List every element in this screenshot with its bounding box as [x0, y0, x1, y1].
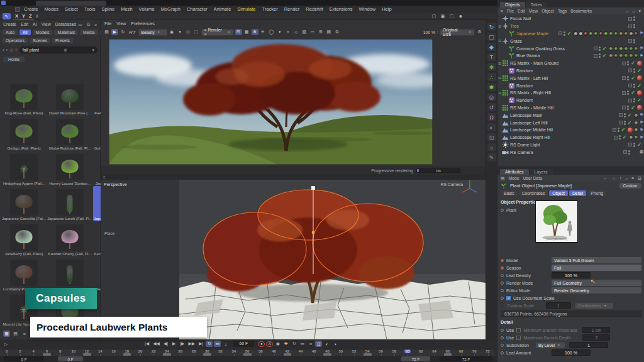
object-row[interactable]: Japanese Maple ✓ ⚑ ⊠ [497, 30, 644, 38]
object-row[interactable]: ⊟ Tree ⚑ ⊠ [497, 23, 644, 30]
material-tag-icon[interactable] [579, 31, 583, 36]
custom-scale-field[interactable]: 1 [546, 302, 571, 309]
menu-item[interactable]: Spline [101, 6, 114, 12]
menu-item[interactable]: Mesh [121, 6, 132, 12]
layer-toggle[interactable] [628, 39, 632, 43]
timeline-tick[interactable]: 14 [94, 349, 107, 356]
redshift-object-tag-icon[interactable] [637, 75, 642, 80]
userdata-menu[interactable]: User Data [523, 176, 542, 180]
pan-zoom-icon[interactable]: ◇ [292, 29, 299, 35]
object-manager-menu-item[interactable]: Edit [518, 9, 525, 13]
text-tool-icon[interactable]: T [487, 53, 496, 61]
goto-start-button[interactable]: |◀ [143, 341, 150, 347]
app-menu-icon[interactable] [15, 7, 20, 12]
leaf-density-anim-dot[interactable] [501, 274, 504, 277]
visibility-dots[interactable] [633, 16, 635, 21]
material-tag-icon[interactable] [634, 47, 638, 51]
spline-transform-icon[interactable]: ↺ [487, 103, 496, 111]
material-tag-icon[interactable] [624, 47, 628, 51]
material-tag-icon[interactable] [584, 31, 588, 36]
menu-item[interactable]: Render [284, 6, 300, 12]
enabled-check-icon[interactable]: ✓ [636, 83, 642, 89]
object-manager-menu-item[interactable]: Object [541, 9, 554, 13]
timeline-tick[interactable]: 0 [0, 349, 13, 356]
layer-toggle[interactable] [628, 99, 632, 102]
layout-render-icon[interactable]: ▢ [431, 13, 438, 19]
plant-preview-image[interactable]: (Acer palmatum) [535, 200, 578, 243]
material-tags[interactable] [609, 47, 638, 51]
config-menu-icon[interactable]: ≡ [631, 176, 634, 180]
sound-button[interactable]: ♪ [222, 341, 229, 347]
record-scale-button[interactable]: ▭ [299, 341, 306, 347]
object-manager-tab[interactable]: Objects [500, 2, 525, 8]
timeline-tick[interactable]: 28 [187, 349, 201, 356]
layer-toggle[interactable] [619, 113, 623, 117]
max-branch-use-checkbox[interactable] [516, 336, 521, 340]
enabled-check-icon[interactable]: ✓ [630, 105, 636, 111]
axis-lock-button[interactable]: X [13, 13, 20, 19]
picture-viewer-icon[interactable]: ▤ [325, 29, 332, 35]
asset-tab[interactable]: All [19, 30, 31, 35]
menu-item[interactable]: Window [359, 6, 376, 12]
image-tools-icon[interactable]: ▭ [309, 29, 316, 35]
record-position-button[interactable]: ✚ [282, 341, 289, 347]
material-tag-icon[interactable] [589, 31, 593, 36]
render-view-menu-item[interactable]: Preferences [131, 21, 155, 26]
object-name[interactable]: Landscape Right Hill [510, 135, 550, 140]
asset-menu-item[interactable]: Edit [21, 22, 28, 26]
menu-item[interactable]: Redshift [306, 6, 323, 12]
range-end-handle[interactable]: 72 F [401, 356, 430, 361]
filter-icon[interactable]: ▧ [301, 29, 308, 35]
object-name[interactable]: Landscape Middle Hill [510, 128, 553, 132]
attribute-tab[interactable]: Layers [530, 169, 553, 175]
editor-mode-anim-dot[interactable] [501, 289, 504, 292]
render-mode-dropdown[interactable]: Full Geometry [552, 280, 641, 286]
object-row[interactable]: Landscape Middle Hill ✓ ⚑ ⊠ [497, 126, 644, 134]
visibility-dots[interactable] [627, 61, 629, 65]
timeline-tick[interactable]: 30 [201, 349, 214, 356]
search-input[interactable]: fall plant ⊗ ▾ [19, 47, 97, 53]
layer-toggle[interactable] [614, 136, 618, 140]
asset-menu-item[interactable]: View [42, 22, 51, 26]
timeline-tick[interactable]: 48 [321, 349, 334, 356]
timeline-tick[interactable]: 22 [147, 349, 160, 356]
material-tags[interactable] [609, 53, 638, 58]
phong-tag-icon[interactable]: ⚑ [640, 135, 643, 140]
record-rotation-button[interactable]: ↻ [291, 341, 297, 347]
plant-asset[interactable]: Japanese Camellia (Fal... [1, 186, 47, 221]
layer-toggle[interactable] [628, 84, 632, 87]
plant-asset[interactable]: Dwarf Mountain Pine (... [47, 80, 93, 116]
visibility-dots[interactable] [633, 143, 635, 147]
crop-icon[interactable]: ⬚ [193, 29, 200, 35]
current-frame-field[interactable]: 60 F [233, 341, 254, 347]
timeline-tick[interactable]: 6 [40, 349, 53, 356]
object-name[interactable]: Focus Null [510, 16, 531, 21]
attribute-section-tab[interactable]: Detail [569, 190, 586, 196]
back-icon[interactable]: ‹ [3, 47, 4, 53]
plant-asset[interactable]: Japanese Larch (Fall, Pl... [47, 186, 93, 221]
material-tag-icon[interactable] [629, 135, 633, 140]
plant-asset[interactable]: Juneberry (Fall, Plant) [1, 221, 47, 256]
object-manager-menu-item[interactable]: Tags [558, 9, 567, 13]
timeline-tick[interactable]: 40 [267, 349, 280, 356]
max-branch-use-dot[interactable] [501, 336, 504, 339]
zoom-stepper[interactable]: ↕ [436, 30, 438, 34]
season-dropdown[interactable]: Fall [552, 265, 641, 271]
add-icon[interactable]: + [14, 47, 18, 53]
material-tags[interactable] [629, 135, 638, 140]
up-arrow-icon[interactable]: ↑ [619, 176, 621, 180]
enabled-check-icon[interactable]: ✓ [636, 68, 642, 74]
enabled-check-icon[interactable]: ✓ [567, 31, 572, 36]
object-name[interactable]: Landscape Main [510, 113, 542, 118]
material-tag-icon[interactable] [614, 53, 618, 58]
object-row[interactable]: Focus Null ⚑ ⊠ [497, 15, 644, 23]
visibility-dots[interactable] [627, 76, 629, 80]
asset-menu-item[interactable]: Create [3, 22, 16, 26]
camera-tool-icon[interactable]: ⊡ [487, 133, 496, 141]
forward-arrow-icon[interactable]: → [611, 176, 616, 180]
menu-item[interactable]: Animate [214, 6, 231, 12]
material-tag-icon[interactable] [634, 53, 638, 58]
record-button[interactable]: ● [258, 341, 265, 347]
layout-animate-icon[interactable]: ▣ [440, 13, 447, 19]
timeline-tick[interactable]: 56 [374, 349, 387, 356]
